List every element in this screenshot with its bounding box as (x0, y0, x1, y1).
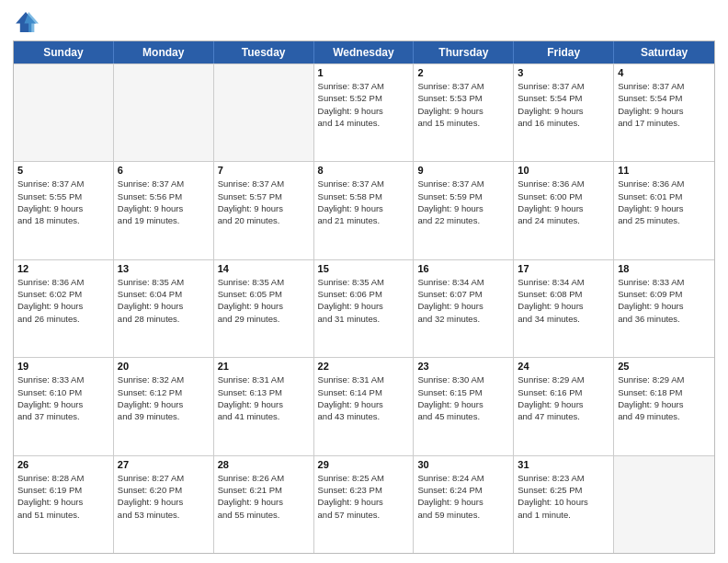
cell-info: Sunrise: 8:35 AM Sunset: 6:04 PM Dayligh… (118, 276, 210, 325)
cell-day-number: 19 (17, 361, 109, 372)
header-day-tuesday: Tuesday (214, 41, 314, 63)
cell-info: Sunrise: 8:37 AM Sunset: 5:53 PM Dayligh… (417, 80, 509, 129)
header-day-sunday: Sunday (14, 41, 114, 63)
cell-info: Sunrise: 8:33 AM Sunset: 6:09 PM Dayligh… (618, 276, 711, 325)
cal-cell: 5Sunrise: 8:37 AM Sunset: 5:55 PM Daylig… (14, 162, 114, 259)
cal-cell: 30Sunrise: 8:24 AM Sunset: 6:24 PM Dayli… (414, 456, 514, 553)
cell-info: Sunrise: 8:23 AM Sunset: 6:25 PM Dayligh… (518, 472, 609, 521)
cal-cell: 29Sunrise: 8:25 AM Sunset: 6:23 PM Dayli… (314, 456, 415, 553)
cal-cell: 16Sunrise: 8:34 AM Sunset: 6:07 PM Dayli… (414, 260, 514, 357)
header-day-saturday: Saturday (614, 41, 714, 63)
cell-day-number: 20 (118, 361, 210, 372)
cal-cell: 25Sunrise: 8:29 AM Sunset: 6:18 PM Dayli… (614, 358, 714, 454)
cell-info: Sunrise: 8:35 AM Sunset: 6:05 PM Dayligh… (218, 276, 310, 325)
cal-cell: 4Sunrise: 8:37 AM Sunset: 5:54 PM Daylig… (614, 64, 714, 161)
cal-cell: 12Sunrise: 8:36 AM Sunset: 6:02 PM Dayli… (14, 260, 114, 357)
cell-info: Sunrise: 8:37 AM Sunset: 5:57 PM Dayligh… (218, 178, 310, 226)
cell-info: Sunrise: 8:30 AM Sunset: 6:15 PM Dayligh… (417, 373, 509, 422)
cell-day-number: 13 (118, 263, 210, 274)
cell-info: Sunrise: 8:29 AM Sunset: 6:16 PM Dayligh… (518, 373, 609, 422)
cal-cell (614, 456, 714, 553)
cell-info: Sunrise: 8:32 AM Sunset: 6:12 PM Dayligh… (118, 373, 210, 422)
calendar-header: SundayMondayTuesdayWednesdayThursdayFrid… (14, 41, 714, 63)
cal-row-1: 5Sunrise: 8:37 AM Sunset: 5:55 PM Daylig… (14, 161, 714, 259)
cell-day-number: 18 (618, 263, 711, 274)
header-day-wednesday: Wednesday (314, 41, 415, 63)
cell-day-number: 27 (118, 459, 210, 470)
cell-day-number: 17 (518, 263, 609, 274)
cell-info: Sunrise: 8:37 AM Sunset: 5:59 PM Dayligh… (417, 178, 509, 226)
cell-day-number: 7 (218, 165, 310, 176)
cell-info: Sunrise: 8:36 AM Sunset: 6:00 PM Dayligh… (518, 178, 609, 226)
cal-cell: 2Sunrise: 8:37 AM Sunset: 5:53 PM Daylig… (414, 64, 514, 161)
header-day-thursday: Thursday (414, 41, 514, 63)
cal-cell: 31Sunrise: 8:23 AM Sunset: 6:25 PM Dayli… (514, 456, 614, 553)
cell-day-number: 26 (17, 459, 109, 470)
cell-info: Sunrise: 8:31 AM Sunset: 6:13 PM Dayligh… (218, 373, 310, 422)
cell-day-number: 15 (318, 263, 410, 274)
cal-cell: 8Sunrise: 8:37 AM Sunset: 5:58 PM Daylig… (314, 162, 415, 259)
cell-day-number: 28 (218, 459, 310, 470)
cell-day-number: 2 (417, 67, 509, 78)
cell-info: Sunrise: 8:33 AM Sunset: 6:10 PM Dayligh… (17, 373, 109, 422)
header-day-monday: Monday (114, 41, 214, 63)
cell-day-number: 9 (417, 165, 509, 176)
cell-day-number: 11 (618, 165, 711, 176)
cal-row-4: 26Sunrise: 8:28 AM Sunset: 6:19 PM Dayli… (14, 455, 714, 553)
cal-row-2: 12Sunrise: 8:36 AM Sunset: 6:02 PM Dayli… (14, 259, 714, 357)
calendar: SundayMondayTuesdayWednesdayThursdayFrid… (13, 40, 715, 554)
cell-info: Sunrise: 8:36 AM Sunset: 6:01 PM Dayligh… (618, 178, 711, 226)
cal-cell (114, 64, 214, 161)
cal-cell: 27Sunrise: 8:27 AM Sunset: 6:20 PM Dayli… (114, 456, 214, 553)
cell-day-number: 30 (417, 459, 509, 470)
cell-day-number: 6 (118, 165, 210, 176)
cal-row-0: 1Sunrise: 8:37 AM Sunset: 5:52 PM Daylig… (14, 63, 714, 161)
cell-info: Sunrise: 8:37 AM Sunset: 5:56 PM Dayligh… (118, 178, 210, 226)
cal-cell: 22Sunrise: 8:31 AM Sunset: 6:14 PM Dayli… (314, 358, 415, 454)
cal-cell: 26Sunrise: 8:28 AM Sunset: 6:19 PM Dayli… (14, 456, 114, 553)
page: SundayMondayTuesdayWednesdayThursdayFrid… (0, 0, 728, 563)
cal-cell: 17Sunrise: 8:34 AM Sunset: 6:08 PM Dayli… (514, 260, 614, 357)
cell-day-number: 10 (518, 165, 609, 176)
cal-cell: 19Sunrise: 8:33 AM Sunset: 6:10 PM Dayli… (14, 358, 114, 454)
cal-cell: 20Sunrise: 8:32 AM Sunset: 6:12 PM Dayli… (114, 358, 214, 454)
cell-info: Sunrise: 8:25 AM Sunset: 6:23 PM Dayligh… (318, 472, 410, 521)
logo-icon (13, 9, 39, 35)
cell-day-number: 21 (218, 361, 310, 372)
cell-day-number: 16 (417, 263, 509, 274)
cell-info: Sunrise: 8:34 AM Sunset: 6:07 PM Dayligh… (417, 276, 509, 325)
cell-day-number: 3 (518, 67, 609, 78)
cal-cell: 13Sunrise: 8:35 AM Sunset: 6:04 PM Dayli… (114, 260, 214, 357)
logo (13, 9, 42, 35)
cell-day-number: 29 (318, 459, 410, 470)
cell-info: Sunrise: 8:36 AM Sunset: 6:02 PM Dayligh… (17, 276, 109, 325)
cal-cell: 7Sunrise: 8:37 AM Sunset: 5:57 PM Daylig… (214, 162, 314, 259)
cell-info: Sunrise: 8:31 AM Sunset: 6:14 PM Dayligh… (318, 373, 410, 422)
cell-info: Sunrise: 8:34 AM Sunset: 6:08 PM Dayligh… (518, 276, 609, 325)
cal-cell: 11Sunrise: 8:36 AM Sunset: 6:01 PM Dayli… (614, 162, 714, 259)
cell-info: Sunrise: 8:37 AM Sunset: 5:52 PM Dayligh… (318, 80, 410, 129)
cal-cell: 9Sunrise: 8:37 AM Sunset: 5:59 PM Daylig… (414, 162, 514, 259)
cal-cell: 14Sunrise: 8:35 AM Sunset: 6:05 PM Dayli… (214, 260, 314, 357)
cell-info: Sunrise: 8:35 AM Sunset: 6:06 PM Dayligh… (318, 276, 410, 325)
cal-cell: 6Sunrise: 8:37 AM Sunset: 5:56 PM Daylig… (114, 162, 214, 259)
cell-day-number: 8 (318, 165, 410, 176)
cal-cell: 23Sunrise: 8:30 AM Sunset: 6:15 PM Dayli… (414, 358, 514, 454)
cal-cell: 15Sunrise: 8:35 AM Sunset: 6:06 PM Dayli… (314, 260, 415, 357)
cell-day-number: 12 (17, 263, 109, 274)
cell-info: Sunrise: 8:27 AM Sunset: 6:20 PM Dayligh… (118, 472, 210, 521)
cal-cell: 1Sunrise: 8:37 AM Sunset: 5:52 PM Daylig… (314, 64, 415, 161)
cal-row-3: 19Sunrise: 8:33 AM Sunset: 6:10 PM Dayli… (14, 357, 714, 454)
cal-cell: 28Sunrise: 8:26 AM Sunset: 6:21 PM Dayli… (214, 456, 314, 553)
header (13, 9, 715, 35)
cell-day-number: 31 (518, 459, 609, 470)
cell-info: Sunrise: 8:37 AM Sunset: 5:54 PM Dayligh… (618, 80, 711, 129)
cal-cell (14, 64, 114, 161)
cell-info: Sunrise: 8:37 AM Sunset: 5:54 PM Dayligh… (518, 80, 609, 129)
cal-cell (214, 64, 314, 161)
cal-cell: 24Sunrise: 8:29 AM Sunset: 6:16 PM Dayli… (514, 358, 614, 454)
calendar-body: 1Sunrise: 8:37 AM Sunset: 5:52 PM Daylig… (14, 63, 714, 553)
cell-day-number: 5 (17, 165, 109, 176)
cell-info: Sunrise: 8:37 AM Sunset: 5:55 PM Dayligh… (17, 178, 109, 226)
cell-info: Sunrise: 8:26 AM Sunset: 6:21 PM Dayligh… (218, 472, 310, 521)
